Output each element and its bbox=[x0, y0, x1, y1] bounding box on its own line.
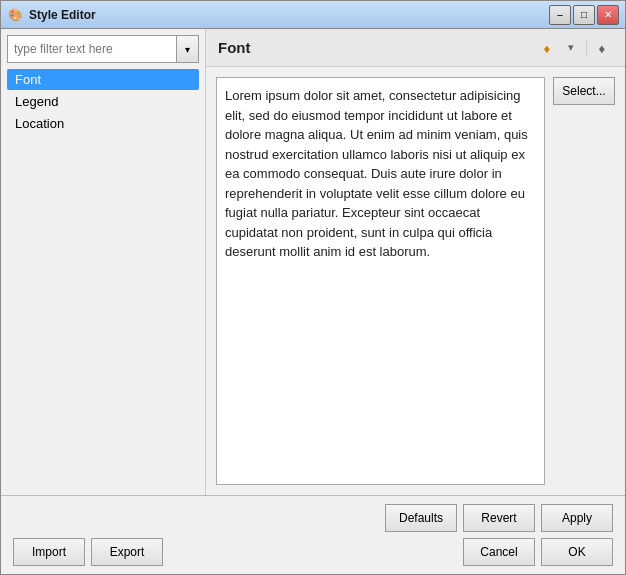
defaults-button[interactable]: Defaults bbox=[385, 504, 457, 532]
toolbar-separator bbox=[586, 39, 587, 57]
title-bar-buttons: – □ ✕ bbox=[549, 5, 619, 25]
dropdown-button[interactable]: ▾ bbox=[560, 37, 582, 59]
cancel-button[interactable]: Cancel bbox=[463, 538, 535, 566]
bottom-right-buttons: Cancel OK bbox=[463, 538, 613, 566]
export-button[interactable]: Export bbox=[91, 538, 163, 566]
filter-row: ▾ bbox=[7, 35, 199, 63]
bottom-row-bottom: Import Export Cancel OK bbox=[13, 538, 613, 566]
ok-button[interactable]: OK bbox=[541, 538, 613, 566]
main-content: ▾ Font Legend Location Font ⬧ ▾ bbox=[1, 29, 625, 495]
apply-button[interactable]: Apply bbox=[541, 504, 613, 532]
right-header: Font ⬧ ▾ ⬧ bbox=[206, 29, 625, 67]
select-button[interactable]: Select... bbox=[553, 77, 615, 105]
back-button[interactable]: ⬧ bbox=[536, 37, 558, 59]
filter-input[interactable] bbox=[7, 35, 177, 63]
tree-item-legend[interactable]: Legend bbox=[7, 91, 199, 112]
minimize-button[interactable]: – bbox=[549, 5, 571, 25]
window-title: Style Editor bbox=[29, 8, 549, 22]
left-panel: ▾ Font Legend Location bbox=[1, 29, 206, 495]
filter-dropdown-button[interactable]: ▾ bbox=[177, 35, 199, 63]
tree-item-location[interactable]: Location bbox=[7, 113, 199, 134]
bottom-bar: Defaults Revert Apply Import Export Canc… bbox=[1, 495, 625, 574]
tree-list: Font Legend Location bbox=[7, 69, 199, 134]
bottom-left-buttons: Import Export bbox=[13, 538, 163, 566]
style-editor-window: 🎨 Style Editor – □ ✕ ▾ Font Legend bbox=[0, 0, 626, 575]
font-preview-area: Lorem ipsum dolor sit amet, consectetur … bbox=[206, 67, 625, 495]
toolbar-icons: ⬧ ▾ ⬧ bbox=[536, 37, 613, 59]
close-button[interactable]: ✕ bbox=[597, 5, 619, 25]
import-button[interactable]: Import bbox=[13, 538, 85, 566]
title-bar: 🎨 Style Editor – □ ✕ bbox=[1, 1, 625, 29]
revert-button[interactable]: Revert bbox=[463, 504, 535, 532]
preview-text-box: Lorem ipsum dolor sit amet, consectetur … bbox=[216, 77, 545, 485]
right-panel: Font ⬧ ▾ ⬧ Lorem ipsum dolor sit amet, c… bbox=[206, 29, 625, 495]
bottom-row-top: Defaults Revert Apply bbox=[13, 504, 613, 532]
tree-item-font[interactable]: Font bbox=[7, 69, 199, 90]
panel-title: Font bbox=[218, 39, 250, 56]
window-icon: 🎨 bbox=[7, 7, 23, 23]
forward-button[interactable]: ⬧ bbox=[591, 37, 613, 59]
maximize-button[interactable]: □ bbox=[573, 5, 595, 25]
